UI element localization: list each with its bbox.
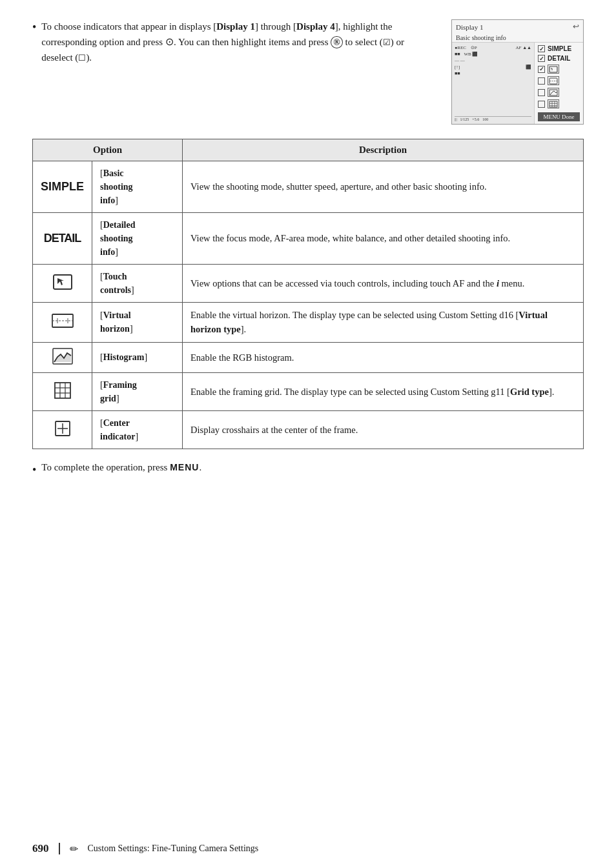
option-virtual bbox=[538, 76, 580, 85]
option-cell-touch bbox=[33, 265, 92, 303]
description-header: Description bbox=[183, 139, 584, 161]
screen-row-6: ||| 1/125 +5.6 100 bbox=[455, 117, 531, 121]
touch-name-bold: Touchcontrols bbox=[100, 272, 131, 295]
display-content: ●REC ⊙P AF ▲▲ ■■ WB ⬛ — — [↑] ⬛ ■■ bbox=[452, 43, 583, 124]
name-cell-simple: [Basicshootinginfo] bbox=[92, 161, 183, 213]
display-header: Display 1 ↩ bbox=[452, 20, 583, 34]
display-back-arrow: ↩ bbox=[573, 22, 579, 32]
center-indicator-icon bbox=[54, 420, 71, 437]
svg-rect-17 bbox=[55, 383, 70, 398]
svg-rect-9 bbox=[54, 275, 72, 289]
virtual-icon bbox=[548, 76, 559, 85]
camera-display-mockup: Display 1 ↩ Basic shooting info ●REC ⊙P … bbox=[451, 19, 584, 125]
desc-cell-virtual: Enable the virtual horizon. The display … bbox=[183, 303, 584, 343]
display-subtitle: Basic shooting info bbox=[452, 34, 583, 43]
simple-option-text: SIMPLE bbox=[41, 180, 84, 193]
svg-rect-0 bbox=[549, 66, 557, 72]
simple-label: SIMPLE bbox=[548, 45, 571, 52]
footer-divider bbox=[59, 843, 60, 854]
simple-checkbox bbox=[538, 45, 545, 52]
bottom-bullet-section: • To complete the operation, press MENU. bbox=[32, 462, 584, 478]
option-detail: DETAIL bbox=[538, 55, 580, 62]
histogram-name-bold: Histogram bbox=[103, 352, 145, 362]
options-table: Option Description SIMPLE [Basicshooting… bbox=[32, 139, 584, 449]
name-cell-center: [Centerindicator] bbox=[92, 410, 183, 449]
option-header: Option bbox=[33, 139, 183, 161]
display4-ref: Display 4 bbox=[296, 21, 335, 32]
option-cell-histogram bbox=[33, 342, 92, 372]
bottom-bullet-dot: • bbox=[32, 462, 36, 478]
virtual-checkbox bbox=[538, 77, 545, 85]
screen-row-3: — — bbox=[455, 58, 531, 63]
desc-cell-center: Display crosshairs at the center of the … bbox=[183, 410, 584, 449]
desc-cell-detail: View the focus mode, AF-area mode, white… bbox=[183, 213, 584, 265]
page-footer: 690 ✏ Custom Settings: Fine-Tuning Camer… bbox=[0, 842, 616, 855]
name-cell-histogram: [Histogram] bbox=[92, 342, 183, 372]
desc-cell-grid: Enable the framing grid. The display typ… bbox=[183, 372, 584, 410]
detail-label: DETAIL bbox=[548, 55, 570, 62]
table-header-row: Option Description bbox=[33, 139, 584, 161]
name-cell-touch: [Touchcontrols] bbox=[92, 265, 183, 303]
table-row: DETAIL [Detailedshootinginfo] View the f… bbox=[33, 213, 584, 265]
display-header-title: Display 1 bbox=[456, 23, 483, 31]
name-cell-virtual: [Virtualhorizon] bbox=[92, 303, 183, 343]
touch-checkbox bbox=[538, 66, 545, 73]
menu-done-bar: MENU Done bbox=[538, 112, 580, 121]
screen-row-1: ●REC ⊙P AF ▲▲ bbox=[455, 45, 531, 50]
top-section: • To choose indicators that appear in di… bbox=[32, 19, 584, 125]
desc-cell-histogram: Enable the RGB histogram. bbox=[183, 342, 584, 372]
option-cell-detail: DETAIL bbox=[33, 213, 92, 265]
option-cell-virtual bbox=[33, 303, 92, 343]
grid-type-bold: Grid type bbox=[510, 387, 549, 397]
grid-name-bold: Framinggrid bbox=[100, 380, 137, 403]
touch-controls-icon bbox=[52, 274, 73, 290]
i-menu-italic: i bbox=[497, 278, 499, 288]
detail-checkbox bbox=[538, 55, 545, 62]
screen-bottom-bar: ||| 1/125 +5.6 100 bbox=[455, 116, 531, 121]
bullet-point: • bbox=[32, 19, 36, 65]
histogram-checkbox bbox=[538, 89, 545, 96]
option-histogram bbox=[538, 88, 580, 97]
center-name-bold: Centerindicator bbox=[100, 418, 135, 441]
svg-rect-4 bbox=[549, 101, 557, 107]
pencil-icon: ✏ bbox=[70, 843, 78, 855]
table-row: [Framinggrid] Enable the framing grid. T… bbox=[33, 372, 584, 410]
screen-row-2: ■■ WB ⬛ bbox=[455, 52, 531, 57]
touch-icon bbox=[548, 65, 559, 74]
desc-cell-touch: View options that can be accessed via to… bbox=[183, 265, 584, 303]
table-row: SIMPLE [Basicshootinginfo] View the shoo… bbox=[33, 161, 584, 213]
option-cell-simple: SIMPLE bbox=[33, 161, 92, 213]
option-simple: SIMPLE bbox=[538, 45, 580, 52]
desc-cell-simple: View the shooting mode, shutter speed, a… bbox=[183, 161, 584, 213]
display1-ref: Display 1 bbox=[216, 21, 255, 32]
footer-label: Custom Settings: Fine-Tuning Camera Sett… bbox=[88, 843, 259, 854]
table-row: [Touchcontrols] View options that can be… bbox=[33, 265, 584, 303]
detail-option-text: DETAIL bbox=[44, 232, 81, 245]
detail-name-bold: Detailedshootinginfo bbox=[100, 220, 135, 257]
display-options-panel: SIMPLE DETAIL bbox=[535, 43, 583, 124]
intro-text: • To choose indicators that appear in di… bbox=[32, 19, 432, 65]
name-cell-grid: [Framinggrid] bbox=[92, 372, 183, 410]
option-touch bbox=[538, 65, 580, 74]
bottom-text: To complete the operation, press MENU. bbox=[41, 462, 201, 478]
intro-paragraph: To choose indicators that appear in disp… bbox=[41, 19, 432, 65]
virtual-name-bold: Virtualhorizon bbox=[100, 310, 131, 334]
table-row: [Centerindicator] Display crosshairs at … bbox=[33, 410, 584, 449]
svg-marker-10 bbox=[57, 278, 64, 285]
virtual-horizon-type-bold: Virtual horizon type bbox=[190, 310, 548, 334]
display-screen: ●REC ⊙P AF ▲▲ ■■ WB ⬛ — — [↑] ⬛ ■■ bbox=[452, 43, 535, 124]
option-grid bbox=[538, 99, 580, 108]
name-cell-detail: [Detailedshootinginfo] bbox=[92, 213, 183, 265]
simple-name-bold: Basicshootinginfo bbox=[100, 168, 133, 205]
grid-checkbox bbox=[538, 101, 545, 108]
histogram-icon bbox=[52, 348, 73, 365]
screen-row-5: ■■ bbox=[455, 71, 531, 76]
table-row: [Histogram] Enable the RGB histogram. bbox=[33, 342, 584, 372]
menu-text-bold: MENU bbox=[170, 462, 199, 472]
grid-icon bbox=[548, 99, 559, 108]
framing-grid-icon bbox=[54, 381, 72, 399]
page-number: 690 bbox=[32, 842, 49, 855]
screen-row-4: [↑] ⬛ bbox=[455, 65, 531, 70]
option-cell-center bbox=[33, 410, 92, 449]
option-cell-grid bbox=[33, 372, 92, 410]
